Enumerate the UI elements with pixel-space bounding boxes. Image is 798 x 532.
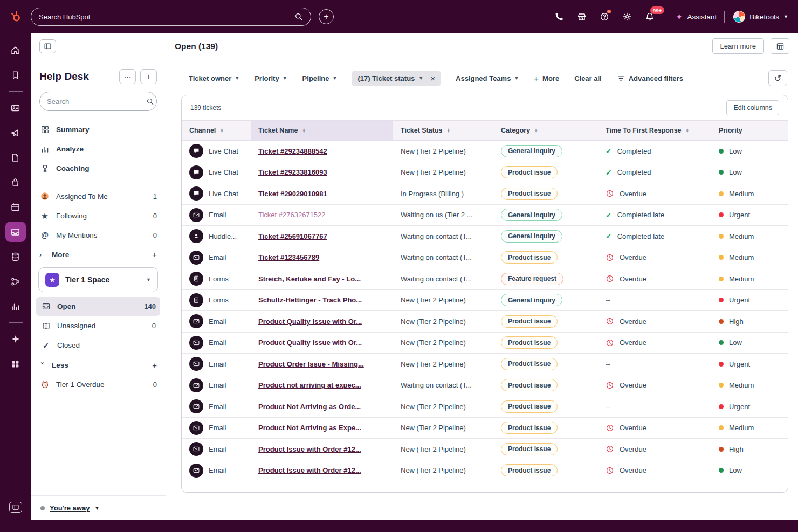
- rail-item-commerce[interactable]: [5, 172, 26, 192]
- sort-icon[interactable]: ▲▼: [302, 128, 305, 133]
- ticket-link[interactable]: Schultz-Hettinger - Track Pho...: [258, 296, 362, 304]
- column-header-category[interactable]: Category ▲▼: [493, 121, 598, 140]
- view-item-closed[interactable]: ✓ Closed: [36, 336, 160, 355]
- settings-button[interactable]: [617, 8, 637, 26]
- sidebar-search[interactable]: [39, 92, 157, 111]
- rail-item-database[interactable]: [5, 246, 26, 267]
- ticket-link[interactable]: Ticket #27632671522: [258, 211, 326, 219]
- rail-item-sparkle[interactable]: [5, 329, 26, 349]
- table-row[interactable]: Email Product Issue with Order #12... Ne…: [182, 439, 788, 460]
- column-header-channel[interactable]: Channel ▲▼: [182, 121, 251, 140]
- filter-dropdown-ticket-owner[interactable]: Ticket owner▼: [189, 74, 239, 82]
- rail-item-automations[interactable]: [5, 271, 26, 292]
- workspace-selector[interactable]: ★ Tier 1 Space ▼: [38, 267, 158, 292]
- add-view-icon[interactable]: +: [152, 361, 157, 370]
- help-button[interactable]: [594, 8, 615, 26]
- account-menu[interactable]: Biketools ▼: [733, 11, 788, 23]
- column-header-ticket-name[interactable]: Ticket Name ▲▼: [251, 121, 393, 140]
- active-filter-chip[interactable]: (17) Ticket status ▼ ×: [352, 71, 441, 86]
- sort-icon[interactable]: ▲▼: [686, 128, 689, 133]
- ticket-link[interactable]: Product Not Arriving as Orde...: [258, 403, 361, 411]
- table-row[interactable]: Forms Streich, Kerluke and Fay - Lo... W…: [182, 268, 788, 290]
- ticket-link[interactable]: Product not arriving at expec...: [258, 381, 361, 389]
- table-row[interactable]: Forms Schultz-Hettinger - Track Pho... N…: [182, 290, 788, 312]
- column-header-time-to-first-response[interactable]: Time To First Response ▲▼: [598, 121, 711, 140]
- notifications-button[interactable]: 99+: [639, 8, 660, 26]
- calling-button[interactable]: [549, 8, 569, 26]
- view-item-unassigned[interactable]: Unassigned 0: [36, 316, 160, 335]
- table-row[interactable]: Email Ticket #123456789 Waiting on conta…: [182, 247, 788, 269]
- sidebar-add-button[interactable]: +: [140, 69, 157, 84]
- sidebar-item-summary[interactable]: Summary: [31, 120, 166, 139]
- table-row[interactable]: Live Chat Ticket #29234888542 New (Tier …: [182, 141, 788, 162]
- ticket-link[interactable]: Ticket #29234888542: [258, 147, 327, 155]
- remove-filter-button[interactable]: ×: [430, 74, 435, 82]
- add-filter-button[interactable]: +More: [534, 74, 559, 83]
- sort-icon[interactable]: ▲▼: [534, 128, 538, 133]
- undo-button[interactable]: ↺: [768, 70, 787, 86]
- ticket-link[interactable]: Ticket #25691067767: [258, 232, 327, 240]
- assistant-button[interactable]: ✦ Assistant: [676, 12, 717, 22]
- rail-item-contacts[interactable]: [5, 98, 26, 118]
- table-row[interactable]: Live Chat Ticket #29029010981 In Progres…: [182, 183, 788, 205]
- add-view-icon[interactable]: +: [152, 250, 157, 259]
- rail-item-calendar[interactable]: [5, 197, 26, 217]
- table-row[interactable]: Email Product not arriving at expec... W…: [182, 375, 788, 397]
- ticket-link[interactable]: Ticket #29233816093: [258, 168, 327, 176]
- ticket-link[interactable]: Product Issue with Order #12...: [258, 445, 361, 453]
- presence-control[interactable]: You're away ▼: [31, 495, 166, 520]
- table-row[interactable]: Email Product Issue with Order #12... Ne…: [182, 460, 788, 482]
- filter-dropdown-priority[interactable]: Priority▼: [254, 74, 287, 82]
- clear-all-button[interactable]: Clear all: [574, 74, 602, 82]
- rail-item-content[interactable]: [5, 147, 26, 168]
- filter-dropdown-pipeline[interactable]: Pipeline▼: [302, 74, 338, 82]
- rail-item-megaphone[interactable]: [5, 122, 26, 143]
- rail-item-helpdesk[interactable]: [5, 222, 26, 242]
- ticket-link[interactable]: Ticket #29029010981: [258, 190, 327, 198]
- sidebar-search-input[interactable]: [47, 98, 142, 106]
- rail-item-bookmark[interactable]: [5, 65, 26, 85]
- table-row[interactable]: Email Product Quality Issue with Or... N…: [182, 333, 788, 354]
- ticket-link[interactable]: Ticket #123456789: [258, 253, 319, 261]
- sidebar-item-tier-1-overdue[interactable]: Tier 1 Overdue 0: [31, 375, 166, 394]
- hubspot-logo-icon[interactable]: [0, 10, 31, 24]
- table-row[interactable]: Huddle... Ticket #25691067767 Waiting on…: [182, 226, 788, 247]
- learn-more-button[interactable]: Learn more: [712, 38, 764, 54]
- table-row[interactable]: Email Ticket #27632671522 Waiting on us …: [182, 205, 788, 226]
- rail-item-grid[interactable]: [5, 354, 26, 374]
- ticket-link[interactable]: Product Issue with Order #12...: [258, 466, 361, 474]
- board-view-button[interactable]: [771, 38, 789, 54]
- table-row[interactable]: Email Product Not Arriving as Expe... Ne…: [182, 418, 788, 439]
- sidebar-item-my-mentions[interactable]: @ My Mentions 0: [31, 225, 166, 245]
- sort-icon[interactable]: ▲▼: [220, 128, 223, 133]
- create-button[interactable]: +: [319, 9, 334, 24]
- collapse-sidebar-button[interactable]: [39, 39, 56, 53]
- table-row[interactable]: Live Chat Ticket #29233816093 New (Tier …: [182, 162, 788, 184]
- column-header-priority[interactable]: Priority: [711, 121, 788, 140]
- column-header-ticket-status[interactable]: Ticket Status ▲▼: [393, 121, 493, 140]
- sidebar-item-assigned-to-me[interactable]: Assigned To Me 1: [31, 186, 166, 206]
- rail-item-reporting[interactable]: [5, 296, 26, 316]
- advanced-filters-button[interactable]: Advanced filters: [617, 74, 683, 82]
- sidebar-item-analyze[interactable]: Analyze: [31, 139, 166, 158]
- sidebar-options-button[interactable]: ···: [119, 69, 136, 84]
- ticket-link[interactable]: Product Quality Issue with Or...: [258, 317, 362, 326]
- rail-item-home[interactable]: [5, 40, 26, 60]
- sidebar-item-coaching[interactable]: Coaching: [31, 158, 166, 178]
- table-row[interactable]: Email Product Quality Issue with Or... N…: [182, 311, 788, 333]
- table-row[interactable]: Email Product Order Issue - Missing... N…: [182, 354, 788, 375]
- sidebar-item-following[interactable]: ★ Following 0: [31, 206, 166, 225]
- filter-dropdown-assigned-teams[interactable]: Assigned Teams▼: [456, 74, 519, 82]
- ticket-link[interactable]: Streich, Kerluke and Fay - Lo...: [258, 275, 361, 283]
- global-search-input[interactable]: [39, 13, 289, 21]
- global-search[interactable]: [31, 8, 311, 26]
- ticket-link[interactable]: Product Order Issue - Missing...: [258, 360, 364, 368]
- sort-icon[interactable]: ▲▼: [447, 128, 450, 133]
- sidebar-more-toggle[interactable]: › More +: [31, 245, 166, 264]
- edit-columns-button[interactable]: Edit columns: [726, 100, 779, 115]
- sidebar-less-toggle[interactable]: › Less +: [31, 355, 166, 375]
- ticket-link[interactable]: Product Quality Issue with Or...: [258, 338, 362, 347]
- expand-panel-button[interactable]: [9, 502, 22, 513]
- marketplace-button[interactable]: [572, 8, 592, 26]
- table-row[interactable]: Email Product Not Arriving as Orde... Ne…: [182, 396, 788, 418]
